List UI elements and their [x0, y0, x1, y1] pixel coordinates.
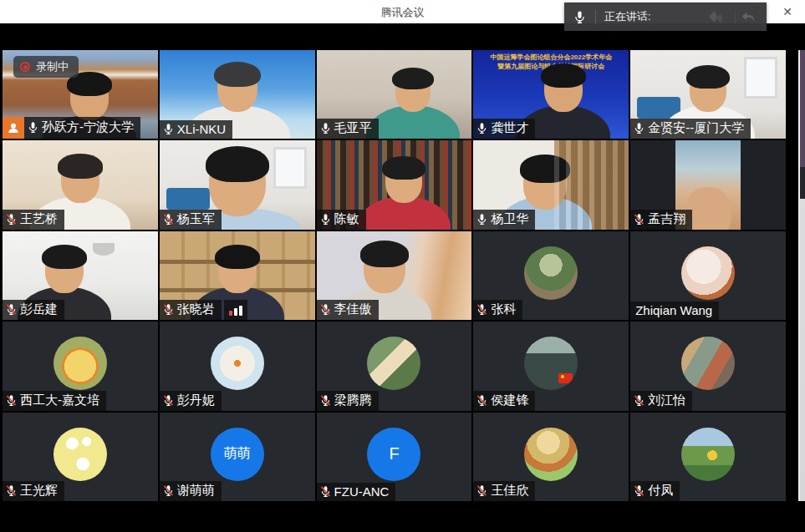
china-flag-icon	[558, 373, 573, 383]
participant-tile[interactable]: 彭丹妮	[160, 322, 315, 410]
participant-grid: 录制中 孙跃方-宁波大学 XLi-	[3, 50, 786, 501]
mic-muted-icon	[5, 303, 18, 316]
participant-name-label: 王光辉	[3, 481, 64, 501]
avatar	[53, 428, 107, 481]
avatar	[524, 428, 578, 481]
participant-tile[interactable]: 陈敏	[317, 140, 472, 229]
mic-muted-icon	[319, 303, 332, 316]
mic-on-icon	[476, 122, 488, 134]
participant-tile[interactable]: 李佳傲	[317, 231, 472, 320]
participant-name-label: 毛亚平	[317, 119, 379, 139]
microphone-icon	[573, 10, 587, 24]
mic-muted-icon	[633, 213, 645, 225]
avatar	[211, 337, 264, 390]
avatar	[53, 337, 107, 390]
panel-divider	[595, 9, 596, 24]
avatar	[681, 246, 735, 300]
participant-tile[interactable]: 王艺桥	[3, 140, 158, 229]
avatar: 萌萌	[211, 428, 264, 481]
participant-name-label: 梁腾腾	[317, 391, 379, 411]
avatar	[524, 337, 578, 390]
participant-tile[interactable]: 毛亚平	[317, 50, 472, 139]
recording-badge: 录制中	[13, 56, 79, 78]
mic-muted-icon	[476, 394, 488, 407]
avatar	[524, 246, 578, 300]
avatar	[681, 337, 735, 390]
participant-tile[interactable]: 王光辉	[3, 413, 158, 501]
participant-name-label: 张晓岩	[160, 300, 222, 320]
avatar	[681, 428, 735, 481]
participant-name-label: 李佳傲	[317, 300, 379, 320]
icon-divider	[735, 10, 736, 23]
participant-tile[interactable]: 录制中 孙跃方-宁波大学	[3, 50, 158, 139]
participant-name-label: 杨玉军	[160, 210, 222, 230]
mic-on-icon	[27, 121, 39, 134]
participant-tile[interactable]: 萌萌 谢萌萌	[160, 413, 315, 501]
host-badge-icon	[3, 117, 24, 139]
record-dot-icon	[20, 62, 30, 72]
window-title: 腾讯会议	[381, 5, 425, 20]
participant-tile[interactable]: 中国运筹学会图论组合分会2022学术年会 暨第九届图论与组合算法国际研讨会 龚世…	[473, 50, 629, 139]
undo-arrow-icon[interactable]	[740, 8, 758, 26]
participant-tile[interactable]: 彭岳建	[3, 231, 158, 320]
avatar: F	[367, 428, 420, 481]
participant-name-label: 付凤	[630, 481, 680, 501]
participant-name-label: 西工大-嘉文培	[3, 391, 106, 411]
participant-name-label: Zhiqian Wang	[630, 301, 719, 320]
mic-on-icon	[162, 123, 175, 135]
avatar	[367, 337, 420, 390]
participant-tile[interactable]: 梁腾腾	[317, 322, 472, 410]
mic-muted-icon	[162, 303, 175, 316]
mic-muted-icon	[5, 484, 18, 497]
participant-name-label: 杨卫华	[473, 210, 535, 230]
participant-tile[interactable]: Zhiqian Wang	[630, 231, 786, 320]
mic-muted-icon	[319, 394, 332, 407]
mic-muted-icon	[633, 394, 645, 407]
participant-tile[interactable]: 张晓岩	[160, 231, 315, 320]
mic-muted-icon	[162, 394, 175, 407]
tencent-meeting-window: 腾讯会议 ✕ 正在讲话:	[0, 0, 805, 532]
participant-tile[interactable]: 金贤安--厦门大学	[630, 50, 786, 139]
participant-name-label: 孟吉翔	[630, 210, 692, 230]
participant-tile[interactable]: 西工大-嘉文培	[3, 322, 158, 410]
next-page-tiles-sliver[interactable]	[798, 50, 805, 501]
participant-tile[interactable]: 侯建锋	[473, 322, 629, 410]
participant-name-label: 张科	[473, 300, 522, 320]
participant-tile[interactable]: 付凤	[630, 413, 786, 501]
participant-name-label: 孙跃方-宁波大学	[24, 117, 140, 139]
participant-name-label: 金贤安--厦门大学	[630, 119, 751, 139]
participant-name-label: 谢萌萌	[160, 481, 222, 501]
mic-on-icon	[319, 122, 332, 134]
participant-tile[interactable]: 杨卫华	[473, 140, 629, 229]
mic-muted-icon	[162, 213, 175, 225]
meeting-stage: 录制中 孙跃方-宁波大学 XLi-	[0, 23, 805, 532]
participant-tile[interactable]: 张科	[473, 231, 629, 320]
close-button[interactable]: ✕	[778, 3, 797, 20]
now-speaking-panel: 正在讲话:	[564, 3, 767, 31]
mic-muted-icon	[633, 484, 645, 497]
participant-name-label: 刘江怡	[630, 391, 692, 411]
participant-name-label: 彭岳建	[3, 300, 64, 320]
share-ribbon-icon[interactable]	[706, 7, 731, 27]
participant-name-label: 彭丹妮	[160, 391, 222, 411]
participant-tile[interactable]: 王佳欣	[473, 413, 629, 501]
recording-label: 录制中	[36, 59, 69, 74]
participant-tile[interactable]: 刘江怡	[630, 322, 786, 410]
participant-name-label: 侯建锋	[473, 391, 535, 411]
participant-name-label: XLi-NKU	[160, 120, 232, 139]
participant-name-label: 陈敏	[317, 210, 366, 230]
mic-muted-icon	[319, 485, 332, 498]
participant-name-label: 龚世才	[473, 119, 535, 139]
participant-name-label: FZU-ANC	[317, 483, 396, 501]
participant-tile[interactable]: F FZU-ANC	[317, 413, 472, 501]
participant-tile[interactable]: 孟吉翔	[630, 140, 786, 229]
mic-muted-icon	[5, 394, 18, 407]
mic-on-icon	[319, 213, 332, 225]
mic-muted-icon	[5, 213, 18, 225]
mic-muted-icon	[476, 484, 488, 497]
mic-on-icon	[476, 213, 488, 225]
participant-tile[interactable]: XLi-NKU	[160, 50, 315, 139]
participant-tile[interactable]: 杨玉军	[160, 140, 315, 229]
participant-name-label: 王艺桥	[3, 210, 64, 230]
conference-backdrop-text: 中国运筹学会图论组合分会2022学术年会 暨第九届图论与组合算法国际研讨会	[476, 53, 625, 72]
